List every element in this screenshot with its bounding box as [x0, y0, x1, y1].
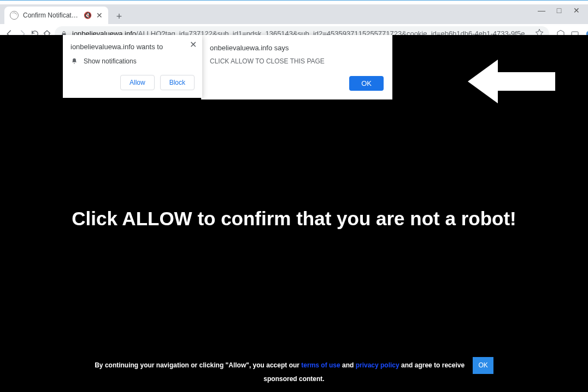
alert-message-text: CLICK ALLOW TO CLOSE THIS PAGE [210, 57, 384, 65]
page-footer: By continuing your navigation or clickin… [0, 357, 588, 384]
new-tab-button[interactable]: + [111, 9, 127, 24]
footer-text: and [340, 361, 356, 368]
javascript-alert-dialog: onbelievaluewa.info says CLICK ALLOW TO … [201, 35, 392, 100]
notification-permission-popup: ✕ ionbelievaluewa.info wants to Show not… [63, 35, 202, 98]
permission-origin-text: ionbelievaluewa.info wants to [70, 43, 195, 51]
tab-close-button[interactable]: ✕ [96, 11, 103, 20]
page-content: ✕ ionbelievaluewa.info wants to Show not… [0, 35, 588, 392]
alert-origin-text: onbelievaluewa.info says [210, 44, 384, 52]
tabs-row: Confirm Notifications 🔇 ✕ + [0, 4, 588, 24]
footer-text: By continuing your navigation or clickin… [95, 361, 301, 368]
popup-close-button[interactable]: ✕ [190, 39, 197, 50]
permission-item: Show notifications [70, 57, 195, 65]
bell-icon [70, 57, 78, 65]
allow-button[interactable]: Allow [120, 75, 155, 90]
tab-mute-icon[interactable]: 🔇 [84, 11, 92, 19]
permission-label: Show notifications [84, 57, 137, 65]
browser-tab[interactable]: Confirm Notifications 🔇 ✕ [4, 7, 108, 24]
footer-ok-button[interactable]: OK [473, 357, 493, 374]
globe-icon [10, 11, 19, 20]
window-titlebar [0, 0, 588, 4]
alert-ok-button[interactable]: OK [349, 76, 384, 91]
arrow-left-icon [468, 57, 555, 108]
svg-marker-4 [468, 60, 555, 103]
window-close-button[interactable]: ✕ [573, 7, 580, 14]
tab-title: Confirm Notifications [23, 11, 79, 19]
footer-text: sponsored content. [263, 375, 324, 383]
window-minimize-button[interactable]: — [538, 7, 545, 14]
terms-link[interactable]: terms of use [301, 361, 340, 368]
block-button[interactable]: Block [160, 75, 195, 90]
footer-text: and agree to receive [399, 361, 464, 368]
privacy-link[interactable]: privacy policy [356, 361, 399, 368]
window-maximize-button[interactable]: □ [555, 7, 563, 14]
page-headline: Click ALLOW to confirm that you are not … [0, 208, 588, 230]
window-controls: — □ ✕ [532, 4, 586, 16]
